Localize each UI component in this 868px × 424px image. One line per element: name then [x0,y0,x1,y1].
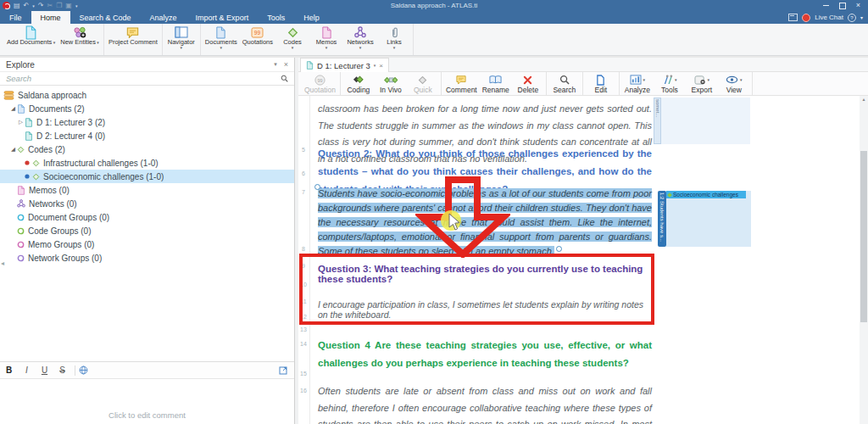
paste-icon[interactable]: ▣ [65,3,72,9]
tree-item-d-1-lecturer-3-2[interactable]: ▷D 1: Lecturer 3 (2) [0,115,294,129]
expander-closed-icon[interactable]: ▷ [17,119,25,126]
scrollbar-thumb[interactable] [860,151,867,322]
ribbon-button-codes[interactable]: Codes▾ [275,25,309,54]
margin-quotation-area[interactable] [666,191,751,247]
document-tab[interactable]: D 1: Lecturer 3 ▾ × [300,58,389,72]
expander-open-icon[interactable]: ◢ [9,146,17,153]
ribbon-button-project-comment[interactable]: Project Comment [106,25,160,54]
tree-item-document-groups-0[interactable]: Document Groups (0) [0,210,294,224]
live-chat-label[interactable]: Live Chat [815,14,843,21]
tab-caret-icon[interactable]: ▾ [374,63,376,68]
group-green-icon [17,227,25,235]
globe-icon[interactable] [79,365,88,375]
panel-menu-icon[interactable]: ▾ [274,61,277,68]
dropdown-caret-icon[interactable]: ▾ [32,3,35,9]
ribbon-button-add-documents[interactable]: Add Documents ▾ [4,25,58,54]
comment-placeholder[interactable]: Click to edit comment [0,410,294,420]
ribbon-button-memos[interactable]: Memos▾ [309,25,343,54]
tree-item-networks-0[interactable]: Networks (0) [0,197,294,210]
ribbon-tab-file[interactable]: File [0,11,31,24]
panel-close-icon[interactable]: × [284,60,288,69]
margin-comment-area[interactable] [661,98,750,144]
tree-item-memo-groups-0[interactable]: Memo Groups (0) [0,237,294,251]
format-s-button[interactable]: S [53,365,71,375]
tree-item-infrastructural-challenges-1-0[interactable]: Infrastructural challenges (1-0) [0,156,294,170]
toolbar-button-in-vivo[interactable]: In Vivo [375,72,407,95]
ribbon-button-documents[interactable]: Documents▾ [203,25,240,54]
toolbar-button-tools[interactable]: ▾Tools [654,72,686,95]
margin-quotation-bar[interactable]: 1:2 Students have s... [658,191,666,247]
margin-code-label[interactable]: Socioeconomic challenges [666,191,746,198]
tree-item-saldana-approach[interactable]: Saldana approach [0,88,294,102]
toolbar-button-rename[interactable]: Rename [480,72,512,95]
toolbar-button-view[interactable]: ▾View [718,72,750,95]
tree-item-label: Memos (0) [29,186,70,195]
paragraph-question4[interactable]: Question 4 Are these teaching strategies… [318,337,652,372]
minimize-button[interactable] [823,5,829,6]
ribbon-button-networks[interactable]: Networks▾ [343,25,377,54]
selection-start-handle[interactable] [314,184,320,190]
dropdown-caret-icon[interactable]: ▾ [75,3,78,9]
redo-icon[interactable]: ↷ [38,3,44,9]
selection-end-handle[interactable] [556,246,562,252]
ribbon-button-new-entities[interactable]: New Entities ▾ [58,25,102,54]
code-diamond-icon [32,173,40,181]
toolbar-button-edit[interactable]: Edit [585,72,617,95]
feedback-window-icon[interactable] [788,14,798,21]
toolbar-button-export[interactable]: ▾Export [686,72,718,95]
margin-comment-tab[interactable]: e is always somet... [654,98,661,144]
live-chat-icon[interactable] [802,14,810,22]
scroll-up-icon[interactable]: ▲ [860,97,868,102]
dot-red-icon [25,160,30,165]
dropdown-caret-icon: ▾ [181,46,183,51]
ribbon-tab-home[interactable]: Home [31,11,70,24]
tree-item-memos-0[interactable]: Memos (0) [0,183,294,197]
tree-item-label: Infrastructural challenges (1-0) [43,159,159,168]
tree-item-code-groups-0[interactable]: Code Groups (0) [0,224,294,237]
tree-item-socioeconomic-challenges-1-0[interactable]: Socioeconomic challenges (1-0) [0,170,294,183]
ribbon-collapse-icon[interactable]: ▾ [860,14,863,20]
toolbar-button-coding[interactable]: Coding [342,72,375,95]
copy-icon[interactable]: ❐ [56,3,62,9]
save-icon[interactable]: ▤ [14,3,20,9]
format-i-button[interactable]: I [18,365,36,375]
ribbon-tab-help[interactable]: Help [294,11,329,24]
button-label: Analyze [625,86,650,94]
ribbon-button-quotations[interactable]: 99Quotations [240,25,275,54]
expand-icon[interactable] [279,366,294,375]
delete-icon [523,75,532,85]
ribbon-tab-import-export[interactable]: Import & Export [186,11,259,24]
tree-item-documents-2[interactable]: ◢Documents (2) [0,102,294,115]
cut-icon[interactable]: ✂ [47,3,53,9]
tree-item-codes-2[interactable]: ◢Codes (2) [0,142,294,156]
toolbar-button-analyze[interactable]: ▾Analyze [621,72,654,95]
tree-item-d-2-lecturer-4-0[interactable]: D 2: Lecturer 4 (0) [0,129,294,142]
vertical-scrollbar[interactable]: ▲ [860,96,868,424]
ribbon-button-links[interactable]: Links▾ [377,25,411,54]
toolbar-button-search[interactable]: Search [548,72,581,95]
ribbon-tab-tools[interactable]: Tools [258,11,294,24]
splitter-collapse-icon[interactable]: ◂ [1,259,4,267]
doc-toolbar-group-2: CommentRenameDelete [442,72,547,95]
toolbar-button-delete[interactable]: Delete [512,72,544,95]
undo-icon[interactable]: ↶ [24,3,30,9]
expander-open-icon[interactable]: ◢ [9,105,17,112]
quick-access-toolbar: ▤↶▾↷✂❐▣▾ [0,2,77,9]
toolbar-button-comment[interactable]: Comment [443,72,480,95]
help-icon[interactable]: ? [848,14,856,22]
close-button[interactable]: × [856,2,860,9]
format-u-button[interactable]: U [36,365,53,375]
maximize-button[interactable] [839,3,846,9]
quick-icon [418,75,427,85]
ribbon-tab-search-code[interactable]: Search & Code [70,11,141,24]
paragraph-answer4[interactable]: Often students are late or absent from c… [318,383,652,424]
tree-item-network-groups-0[interactable]: Network Groups (0) [0,251,294,265]
tab-close-icon[interactable]: × [379,62,383,70]
project-tree: Saldana approach◢Documents (2)▷D 1: Lect… [0,86,294,265]
ribbon-tab-analyze[interactable]: Analyze [141,11,186,24]
explore-search[interactable]: Search [0,71,294,86]
tree-item-label: Networks (0) [29,199,77,209]
format-b-button[interactable]: B [0,365,18,375]
margin-comment-preview: e is always somet... [654,98,661,143]
ribbon-button-navigator[interactable]: Navigator▾ [164,25,198,54]
